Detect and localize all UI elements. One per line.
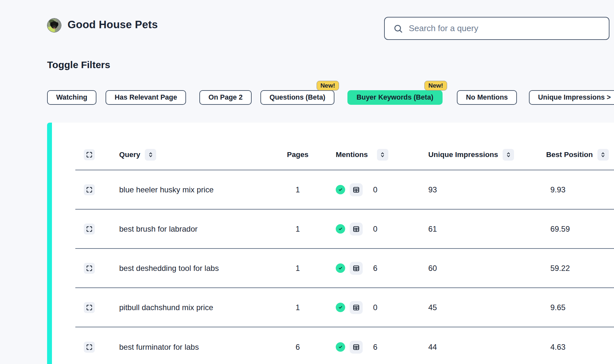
expand-icon: [86, 151, 93, 158]
column-header-mentions: Mentions: [310, 149, 426, 161]
dog-photo-icon: [47, 18, 61, 32]
pages-cell: 1: [285, 264, 310, 273]
pages-cell: 1: [285, 303, 310, 312]
expand-row-button[interactable]: [84, 184, 95, 195]
sort-mentions-button[interactable]: [377, 149, 388, 161]
app-window: Good House Pets Toggle Filters Watching …: [0, 0, 614, 364]
table-row: best brush for labrador 1 0 61 69.59: [75, 210, 614, 249]
search-input[interactable]: [408, 23, 609, 34]
sort-icon: [505, 151, 512, 158]
filter-unique-impressions[interactable]: Unique Impressions >: [529, 90, 614, 105]
expand-icon: [86, 304, 93, 311]
mention-check-icon: [336, 342, 345, 352]
table-row: blue heeler husky mix price 1 0 93 9.93: [75, 170, 614, 210]
sort-query-button[interactable]: [145, 149, 156, 161]
expand-icon: [86, 225, 93, 233]
best-position-cell: 9.93: [546, 185, 614, 194]
query-table-card: Query Pages Mentions: [52, 123, 614, 364]
mentions-count: 0: [373, 224, 377, 234]
page-title: Good House Pets: [68, 18, 158, 31]
best-position-cell: 59.22: [546, 264, 614, 273]
search-box[interactable]: [384, 17, 609, 40]
table-row: best deshedding tool for labs 1 6 60 59.…: [75, 249, 614, 288]
unique-impressions-cell: 44: [426, 343, 546, 352]
filter-questions-beta[interactable]: Questions (Beta) New!: [260, 90, 334, 105]
unique-impressions-cell: 93: [426, 185, 546, 194]
table-row: best furminator for labs 6 6 44 4.63: [75, 327, 614, 364]
mention-table-icon[interactable]: [350, 223, 363, 236]
mentions-count: 0: [373, 303, 377, 312]
sort-icon: [600, 151, 606, 158]
mentions-cell: 6: [310, 341, 426, 354]
table-row: pitbull dachshund mix price 1 0 45 9.65: [75, 288, 614, 327]
filter-on-page-2[interactable]: On Page 2: [199, 90, 252, 105]
mention-check-icon: [336, 263, 345, 273]
best-position-cell: 4.63: [546, 343, 614, 352]
pages-cell: 6: [285, 343, 310, 352]
unique-impressions-cell: 61: [426, 224, 546, 234]
mention-check-icon: [336, 185, 345, 194]
query-cell[interactable]: pitbull dachshund mix price: [108, 303, 285, 312]
table-header-row: Query Pages Mentions: [75, 123, 614, 170]
query-cell[interactable]: best furminator for labs: [108, 343, 285, 352]
query-cell[interactable]: blue heeler husky mix price: [108, 185, 285, 194]
mentions-cell: 6: [310, 262, 426, 275]
expand-row-button[interactable]: [84, 263, 95, 274]
sort-icon: [147, 151, 154, 158]
expand-row-button[interactable]: [84, 302, 95, 313]
filter-buyer-keywords-beta[interactable]: Buyer Keywords (Beta) New!: [347, 90, 443, 105]
mention-table-icon[interactable]: [350, 341, 363, 354]
expand-row-button[interactable]: [84, 224, 95, 235]
mention-table-icon[interactable]: [350, 301, 363, 314]
search-icon: [393, 24, 403, 33]
column-header-unique-impressions: Unique Impressions: [426, 149, 546, 161]
sort-best-position-button[interactable]: [597, 149, 609, 161]
mention-table-icon[interactable]: [350, 262, 363, 275]
mentions-count: 0: [373, 185, 377, 194]
mention-check-icon: [336, 303, 345, 312]
expand-icon: [86, 344, 93, 351]
pages-cell: 1: [285, 224, 310, 234]
filter-has-relevant-page[interactable]: Has Relevant Page: [106, 90, 186, 105]
mentions-count: 6: [373, 343, 377, 352]
avatar: [47, 18, 61, 32]
expand-icon: [86, 186, 93, 193]
query-cell[interactable]: best deshedding tool for labs: [108, 264, 285, 273]
filter-no-mentions[interactable]: No Mentions: [457, 90, 517, 105]
sort-unique-impressions-button[interactable]: [503, 149, 514, 161]
query-cell[interactable]: best brush for labrador: [108, 224, 285, 234]
expand-icon: [86, 265, 93, 272]
best-position-cell: 9.65: [546, 303, 614, 312]
expand-all-button[interactable]: [84, 149, 95, 160]
mentions-count: 6: [373, 264, 377, 273]
new-badge: New!: [424, 81, 447, 91]
mentions-cell: 0: [310, 223, 426, 236]
column-header-best-position: Best Position: [546, 149, 614, 161]
column-header-pages: Pages: [285, 151, 310, 159]
mention-check-icon: [336, 224, 345, 234]
unique-impressions-cell: 60: [426, 264, 546, 273]
column-header-query: Query: [108, 149, 285, 161]
unique-impressions-cell: 45: [426, 303, 546, 312]
filter-watching[interactable]: Watching: [47, 90, 96, 105]
best-position-cell: 69.59: [546, 224, 614, 234]
pages-cell: 1: [285, 185, 310, 194]
accent-bar: [47, 123, 52, 364]
sort-icon: [379, 151, 386, 158]
filters-section-title: Toggle Filters: [47, 59, 110, 70]
new-badge: New!: [317, 81, 339, 91]
mention-table-icon[interactable]: [350, 183, 363, 196]
expand-row-button[interactable]: [84, 342, 95, 353]
mentions-cell: 0: [310, 301, 426, 314]
mentions-cell: 0: [310, 183, 426, 196]
